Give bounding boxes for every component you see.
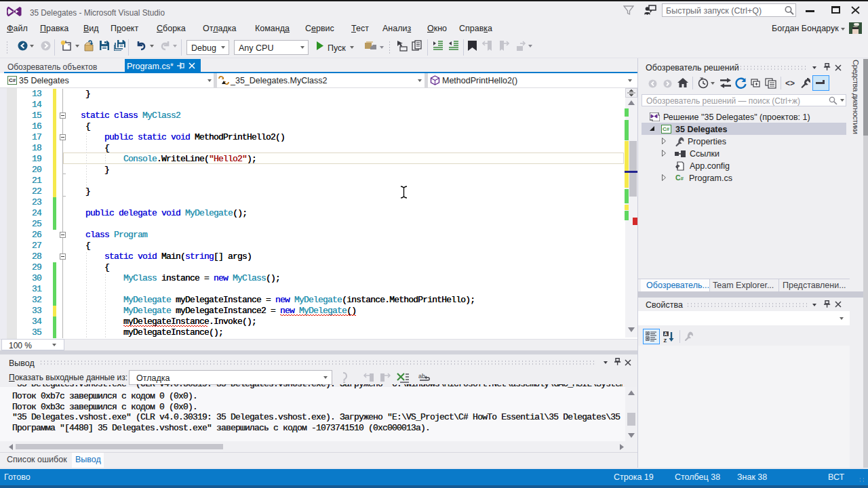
svg-text:ab: ab	[418, 373, 425, 380]
svg-text:Z: Z	[664, 338, 667, 343]
svg-text:A: A	[664, 331, 667, 336]
